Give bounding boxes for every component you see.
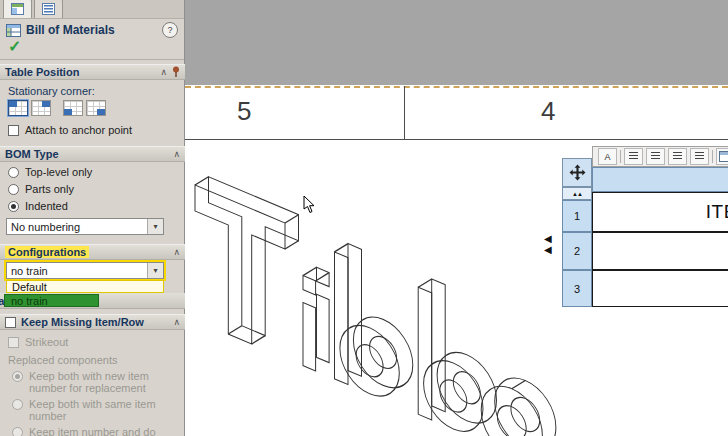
- align-right-icon[interactable]: [668, 148, 687, 165]
- corner-bottom-left-button[interactable]: [63, 100, 83, 116]
- strikeout-row: Strikeout: [8, 336, 178, 348]
- row-header-3[interactable]: 3: [562, 270, 592, 307]
- table-sort-buttons[interactable]: ▲▲: [562, 187, 592, 200]
- toolbar-separator: [620, 150, 621, 163]
- numbering-value: No numbering: [11, 221, 80, 233]
- chevron-up-icon[interactable]: ∧: [173, 150, 180, 159]
- tab-configurations[interactable]: [34, 0, 63, 18]
- toolbar-separator: [712, 150, 713, 163]
- section-title: Configurations: [5, 246, 89, 258]
- align-center-glyph: [651, 152, 660, 161]
- attach-anchor-label[interactable]: Attach to anchor point: [25, 124, 132, 136]
- pushpin-icon[interactable]: [172, 66, 180, 78]
- move-cross-icon: [569, 164, 586, 181]
- align-center-icon[interactable]: [646, 148, 665, 165]
- attach-anchor-checkbox[interactable]: [8, 125, 19, 136]
- configurations-value: no train: [11, 265, 48, 277]
- font-icon-letter: A: [604, 152, 610, 162]
- chevron-up-icon[interactable]: ∧: [173, 248, 180, 257]
- table-expand-markers[interactable]: ◀ ◀: [544, 233, 552, 255]
- align-left-icon[interactable]: [624, 148, 643, 165]
- corner-top-right-button[interactable]: [31, 100, 51, 116]
- keep-same-item-label: Keep both with same item number: [29, 398, 169, 422]
- mouse-cursor: [303, 196, 316, 214]
- chevron-up-icon[interactable]: ∧: [160, 68, 167, 77]
- align-justify-icon[interactable]: [690, 148, 709, 165]
- stationary-corner-buttons: [8, 100, 178, 116]
- panel-tab-bar: [0, 0, 184, 19]
- keep-missing-checkbox[interactable]: [5, 317, 16, 328]
- panel-title: Bill of Materials: [26, 23, 115, 37]
- ok-button[interactable]: ✓: [8, 39, 21, 55]
- drawing-area[interactable]: 5 4: [185, 0, 728, 436]
- keep-item-number-row: Keep item number and do not: [12, 426, 174, 436]
- row-header-2[interactable]: 2: [562, 232, 592, 270]
- keep-new-item-label: Keep both with new item number for repla…: [29, 370, 169, 394]
- corner-indicator: [9, 101, 17, 107]
- section-title: Keep Missing Item/Row: [21, 316, 144, 328]
- indented-radio[interactable]: [8, 201, 19, 212]
- chevron-down-icon[interactable]: ▾: [147, 219, 163, 234]
- configurations-dropdown[interactable]: no train ▾: [6, 262, 164, 279]
- table-header-icon[interactable]: [716, 148, 728, 165]
- expand-left-icon: ◀: [544, 233, 552, 244]
- indented-label[interactable]: Indented: [25, 200, 68, 212]
- dropdown-option-default[interactable]: Default: [6, 280, 164, 293]
- top-level-only-row: Top-level only: [8, 166, 178, 178]
- drawing-background: [185, 0, 728, 85]
- corner-bottom-right-button[interactable]: [86, 100, 106, 116]
- bom-cell-row1[interactable]: 1: [592, 232, 728, 270]
- indented-row: Indented: [8, 200, 178, 212]
- replaced-components-row: Replaced components: [8, 354, 178, 366]
- chevron-up-icon[interactable]: ∧: [173, 318, 180, 327]
- bill-of-materials-icon: [6, 24, 21, 37]
- extrusion-edges: [195, 171, 525, 436]
- property-manager-tab-icon: [11, 3, 24, 15]
- dropdown-option-no-train[interactable]: no train: [4, 294, 99, 307]
- section-keep-missing[interactable]: Keep Missing Item/Row ∧: [0, 314, 185, 330]
- row-header-1[interactable]: 1: [562, 200, 592, 232]
- keep-same-item-radio[interactable]: [12, 399, 23, 410]
- stationary-corner-label-row: Stationary corner:: [8, 85, 178, 97]
- align-justify-glyph: [695, 152, 704, 161]
- panel-divider: [0, 59, 184, 60]
- parts-only-radio[interactable]: [8, 184, 19, 195]
- align-right-glyph: [673, 152, 682, 161]
- attach-anchor-row: Attach to anchor point: [8, 124, 178, 136]
- keep-item-number-radio[interactable]: [12, 427, 23, 436]
- bom-cell-row2[interactable]: 2: [592, 270, 728, 307]
- section-table-position[interactable]: Table Position ∧: [0, 64, 185, 80]
- numbering-dropdown[interactable]: No numbering ▾: [6, 218, 164, 235]
- corner-indicator: [97, 109, 105, 115]
- font-icon[interactable]: A: [598, 148, 617, 165]
- strikeout-checkbox[interactable]: [8, 337, 19, 348]
- sort-up-icon: ▲▲: [572, 191, 582, 197]
- panel-header: Bill of Materials ?: [6, 22, 178, 38]
- column-header-a[interactable]: A: [592, 167, 728, 192]
- section-bom-type[interactable]: BOM Type ∧: [0, 146, 185, 162]
- replaced-components-label: Replaced components: [8, 354, 117, 366]
- help-icon[interactable]: ?: [162, 22, 178, 38]
- expand-left-icon: ◀: [544, 244, 552, 255]
- section-title: BOM Type: [5, 148, 59, 160]
- top-level-only-label[interactable]: Top-level only: [25, 166, 92, 178]
- parts-only-label[interactable]: Parts only: [25, 183, 74, 195]
- top-level-only-radio[interactable]: [8, 167, 19, 178]
- parts-only-row: Parts only: [8, 183, 178, 195]
- section-title: Table Position: [5, 66, 79, 78]
- corner-indicator: [42, 101, 50, 107]
- isometric-sketch-text[interactable]: [185, 85, 605, 436]
- configurations-tab-icon: [42, 3, 55, 15]
- keep-new-item-row: Keep both with new item number for repla…: [12, 370, 174, 394]
- table-move-handle[interactable]: [562, 158, 592, 187]
- solidworks-window: 5 4: [0, 0, 728, 436]
- tab-property-manager[interactable]: [3, 0, 32, 18]
- property-manager-panel: Bill of Materials ? ✓ Table Position ∧ S…: [0, 0, 185, 436]
- keep-new-item-radio[interactable]: [12, 371, 23, 382]
- strikeout-label: Strikeout: [25, 336, 68, 348]
- section-configurations[interactable]: Configurations ∧: [0, 244, 185, 260]
- align-left-glyph: [629, 152, 638, 161]
- bom-cell-item-no[interactable]: ITEM NO.: [592, 192, 728, 232]
- corner-top-left-button[interactable]: [8, 100, 28, 116]
- chevron-down-icon[interactable]: ▾: [147, 263, 163, 278]
